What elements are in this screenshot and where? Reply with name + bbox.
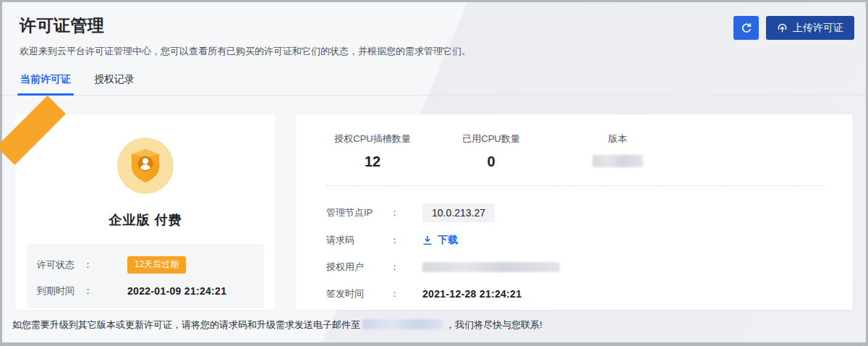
shield-user-icon — [129, 148, 162, 184]
stat-version: 版本 — [585, 132, 650, 170]
upgrade-notice-prefix: 如您需要升级到其它版本或更新许可证，请将您的请求码和升级需求发送电子邮件至 — [12, 319, 360, 330]
download-request-code-link[interactable]: 下载 — [422, 234, 458, 247]
row-label: 授权用户 — [326, 261, 386, 274]
management-node-ip-value: 10.0.213.27 — [422, 203, 495, 222]
tab-bar: 当前许可证 授权记录 — [2, 73, 866, 96]
page-header: 许可证管理 欢迎来到云平台许可证管理中心，您可以查看所有已购买的许可证和它们的状… — [2, 2, 866, 58]
row-label: 请求码 — [326, 234, 386, 247]
license-status-panel: 许可状态 ： 12天后过期 到期时间 ： 2022-01-09 21:24:21 — [27, 244, 264, 308]
label-colon: ： — [390, 261, 399, 274]
redacted-version-value — [592, 155, 643, 167]
download-link-label: 下载 — [438, 234, 458, 247]
issue-time-row: 签发时间 ： 2021-12-28 21:24:21 — [326, 285, 822, 303]
license-edition-title: 企业版 付费 — [109, 211, 182, 229]
license-detail-rows: 管理节点IP ： 10.0.213.27 请求码 ： — [326, 203, 822, 303]
stat-used-cpu: 已用CPU数量 0 — [454, 132, 529, 170]
label-colon: ： — [83, 258, 93, 271]
license-status-row: 许可状态 ： 12天后过期 — [37, 256, 254, 274]
expire-time-label: 到期时间 — [37, 284, 79, 298]
header-actions: 上传许可证 — [733, 16, 854, 40]
license-badge — [117, 138, 174, 194]
label-colon: ： — [83, 284, 93, 298]
page-title: 许可证管理 — [20, 14, 471, 37]
row-label: 签发时间 — [326, 287, 386, 300]
stat-cpu-sockets: 授权CPU插槽数量 12 — [326, 132, 419, 170]
content-area: 企业版 付费 许可状态 ： 12天后过期 到期时间 ： 2022-01-09 2… — [2, 96, 866, 310]
expire-time-row: 到期时间 ： 2022-01-09 21:24:21 — [37, 284, 254, 298]
upgrade-notice: 如您需要升级到其它版本或更新许可证，请将您的请求码和升级需求发送电子邮件至，我们… — [2, 310, 866, 332]
refresh-button[interactable] — [733, 16, 759, 40]
request-code-row: 请求码 ： 下载 — [326, 232, 822, 249]
upload-icon — [777, 22, 788, 33]
label-colon: ： — [390, 234, 399, 247]
management-node-ip-row: 管理节点IP ： 10.0.213.27 — [326, 203, 822, 222]
stat-value: 0 — [454, 153, 529, 170]
license-summary-card: 企业版 付费 许可状态 ： 12天后过期 到期时间 ： 2022-01-09 2… — [15, 114, 276, 310]
stat-label: 授权CPU插槽数量 — [326, 132, 419, 145]
dashed-divider — [326, 185, 822, 186]
refresh-icon — [741, 22, 752, 34]
corner-ribbon — [0, 96, 66, 165]
redacted-email-value — [362, 319, 443, 329]
license-detail-card: 授权CPU插槽数量 12 已用CPU数量 0 版本 管理节点IP ： — [296, 114, 853, 310]
stat-label: 版本 — [585, 132, 650, 145]
tab-authorization-records[interactable]: 授权记录 — [93, 73, 135, 95]
license-management-page: 许可证管理 欢迎来到云平台许可证管理中心，您可以查看所有已购买的许可证和它们的状… — [0, 0, 868, 346]
upload-button-label: 上传许可证 — [793, 22, 843, 35]
tab-current-license[interactable]: 当前许可证 — [20, 73, 72, 95]
row-label: 管理节点IP — [326, 206, 386, 219]
issue-time-value: 2021-12-28 21:24:21 — [422, 288, 522, 300]
expiry-status-badge: 12天后过期 — [127, 256, 186, 274]
expire-time-value: 2022-01-09 21:24:21 — [127, 285, 226, 297]
authorized-user-row: 授权用户 ： — [326, 258, 822, 276]
label-colon: ： — [390, 287, 399, 300]
label-colon: ： — [390, 206, 399, 219]
upgrade-notice-suffix: ，我们将尽快与您联系! — [446, 319, 542, 330]
license-status-label: 许可状态 — [37, 258, 79, 271]
redacted-authorized-user-value — [422, 262, 560, 272]
upload-license-button[interactable]: 上传许可证 — [766, 16, 854, 40]
download-icon — [422, 235, 433, 245]
license-stats: 授权CPU插槽数量 12 已用CPU数量 0 版本 — [326, 132, 822, 170]
stat-value: 12 — [326, 153, 419, 170]
stat-label: 已用CPU数量 — [454, 132, 529, 145]
page-subtitle: 欢迎来到云平台许可证管理中心，您可以查看所有已购买的许可证和它们的状态，并根据您… — [20, 45, 471, 58]
header-text: 许可证管理 欢迎来到云平台许可证管理中心，您可以查看所有已购买的许可证和它们的状… — [20, 14, 471, 58]
